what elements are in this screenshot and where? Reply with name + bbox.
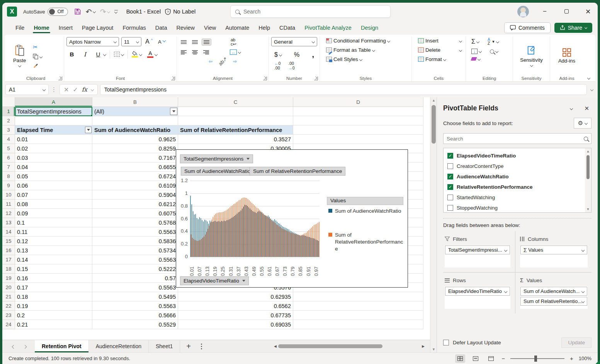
fill-handle[interactable] xyxy=(90,114,92,116)
vertical-scrollbar[interactable]: ▲ ▼ xyxy=(430,97,437,352)
cell-B10[interactable]: 0.5904 xyxy=(92,190,178,200)
align-top-button[interactable] xyxy=(179,39,188,45)
sheet-tab-retention-pivot[interactable]: Retention Pivot xyxy=(35,340,89,352)
format-painter-button[interactable] xyxy=(31,62,44,69)
sheet-tab-sheet1[interactable]: Sheet1 xyxy=(149,340,180,352)
cell-D4[interactable] xyxy=(293,135,423,144)
paste-button[interactable]: Paste xyxy=(10,43,29,68)
panel-options-chevron-icon[interactable] xyxy=(570,107,573,110)
sensitivity-button[interactable]: Sensitivity xyxy=(515,37,547,74)
cell-A3[interactable]: Elapsed Time xyxy=(15,125,92,135)
menu-tab-review[interactable]: Review xyxy=(172,22,199,33)
chart-series-button-2[interactable]: Sum of RelativeRetentionPerformance xyxy=(250,167,345,176)
increase-indent-button[interactable]: ⇨ xyxy=(231,58,238,65)
legend-item-audience-watch-ratio[interactable]: Sum of AudienceWatchRatio xyxy=(328,208,404,215)
normal-view-button[interactable] xyxy=(455,354,465,363)
fill-button[interactable]: ↓ xyxy=(470,48,483,55)
align-bottom-button[interactable] xyxy=(202,39,211,46)
wrap-text-button[interactable]: abc↩ xyxy=(229,37,238,47)
cell-B15[interactable]: 0.5836 xyxy=(92,237,178,246)
rows-field-pill[interactable]: ElapsedVideoTimeRatio xyxy=(445,287,510,296)
align-middle-button[interactable] xyxy=(190,39,199,45)
new-sheet-button[interactable]: + xyxy=(186,342,191,351)
format-as-table-button[interactable]: Format as Table xyxy=(325,46,409,54)
italic-button[interactable]: I xyxy=(80,50,90,59)
paste-dropdown-icon[interactable] xyxy=(18,64,21,67)
row-header-22[interactable]: 22 xyxy=(2,301,15,311)
cell-C23[interactable]: 0.67735 xyxy=(178,311,293,320)
horizontal-scroll-thumb[interactable] xyxy=(278,344,382,348)
filters-field-pill[interactable]: TotalSegmentImpressi... xyxy=(445,245,510,254)
cell-B18[interactable]: 0.5222 xyxy=(92,264,178,274)
menu-tab-file[interactable]: File xyxy=(11,22,29,33)
format-cells-button[interactable]: Format xyxy=(416,56,463,63)
row-header-24[interactable]: 24 xyxy=(2,320,15,329)
insert-function-button[interactable]: fx xyxy=(82,86,87,93)
zoom-in-button[interactable]: + xyxy=(570,355,573,362)
cell-D23[interactable] xyxy=(293,311,423,320)
cell-B8[interactable]: 0.6724 xyxy=(92,172,178,181)
col-header-C[interactable]: C xyxy=(178,97,293,107)
cell-C3[interactable]: Sum of RelativeRetentionPerformance xyxy=(178,125,293,135)
underline-button[interactable]: U xyxy=(93,50,107,58)
orientation-button[interactable]: ab↗ xyxy=(216,58,229,65)
chart-plot-area[interactable] xyxy=(190,181,320,257)
cell-C22[interactable]: 0.6562 xyxy=(178,301,293,311)
cell-B3[interactable]: Sum of AudienceWatchRatio xyxy=(92,125,178,135)
cell-A2[interactable] xyxy=(15,116,92,125)
autosave-toggle[interactable]: Off xyxy=(48,8,68,16)
cell-A13[interactable]: 0.1 xyxy=(15,218,92,227)
collapse-ribbon-button[interactable] xyxy=(587,76,590,80)
menu-tab-cdata[interactable]: CData xyxy=(275,22,300,33)
menu-tab-automate[interactable]: Automate xyxy=(221,22,254,33)
row-header-1[interactable]: 1 xyxy=(2,107,15,116)
row-header-14[interactable]: 14 xyxy=(2,227,15,237)
comma-format-button[interactable]: , xyxy=(310,49,316,60)
cell-A4[interactable]: 0.01 xyxy=(15,135,92,144)
menu-tab-data[interactable]: Data xyxy=(151,22,172,33)
decrease-indent-button[interactable]: ⇦ xyxy=(207,58,214,65)
comments-button[interactable]: Comments xyxy=(504,22,551,33)
cell-B2[interactable] xyxy=(92,116,178,125)
zoom-out-button[interactable]: − xyxy=(501,355,505,362)
grid-corner[interactable] xyxy=(2,97,15,107)
share-button[interactable]: Share xyxy=(554,23,592,33)
cell-A18[interactable]: 0.15 xyxy=(15,264,92,274)
cell-A6[interactable]: 0.03 xyxy=(15,153,92,163)
row-header-15[interactable]: 15 xyxy=(2,237,15,246)
cell-A15[interactable]: 0.12 xyxy=(15,237,92,246)
cell-B1[interactable]: (All) xyxy=(92,107,178,116)
cell-D21[interactable] xyxy=(293,292,423,301)
merge-dropdown-icon[interactable] xyxy=(238,51,241,54)
row-header-9[interactable]: 9 xyxy=(2,181,15,190)
row-header-11[interactable]: 11 xyxy=(2,200,15,209)
row-header-6[interactable]: 6 xyxy=(2,153,15,163)
values-field-pill-2[interactable]: Sum of RelativeRetentio... xyxy=(520,297,587,306)
zoom-slider-thumb[interactable] xyxy=(534,356,537,362)
field-checkbox-elapsedvideotimeratio[interactable]: ✓ xyxy=(447,153,453,159)
field-list-scroll-thumb[interactable] xyxy=(586,155,590,179)
name-box[interactable]: A1 xyxy=(5,84,49,95)
filters-area[interactable]: Filters TotalSegmentImpressi... xyxy=(443,231,515,273)
field-checkbox-startedwatching[interactable] xyxy=(447,195,453,200)
cell-A8[interactable]: 0.05 xyxy=(15,172,92,181)
maximize-button[interactable] xyxy=(561,8,572,15)
page-layout-view-button[interactable] xyxy=(471,354,481,363)
field-item-elapsedvideotimeratio[interactable]: ✓ElapsedVideoTimeRatio xyxy=(447,151,583,161)
title-search-box[interactable] xyxy=(230,5,391,18)
values-area[interactable]: ΣValues Sum of AudienceWatch... Sum of R… xyxy=(515,273,592,313)
percent-format-button[interactable]: % xyxy=(292,51,301,59)
align-center-button[interactable] xyxy=(190,49,199,55)
increase-font-size-button[interactable]: A^ xyxy=(144,37,154,46)
cell-B4[interactable]: 0.9625 xyxy=(92,135,178,144)
defer-layout-checkbox[interactable] xyxy=(443,340,449,345)
fill-color-button[interactable] xyxy=(130,50,143,58)
col-header-B[interactable]: B xyxy=(92,97,178,107)
row-header-4[interactable]: 4 xyxy=(2,135,15,144)
row-header-10[interactable]: 10 xyxy=(2,190,15,200)
field-item-relativeretentionperformance[interactable]: ✓RelativeRetentionPerformance xyxy=(447,182,583,192)
pivot-chart[interactable]: TotalSegmentImpressions Sum of AudienceW… xyxy=(176,149,408,288)
row-header-2[interactable]: 2 xyxy=(2,116,15,125)
excel-app-icon[interactable]: X xyxy=(7,7,17,17)
values-drop-zone[interactable]: Sum of AudienceWatch... Sum of RelativeR… xyxy=(520,286,588,309)
